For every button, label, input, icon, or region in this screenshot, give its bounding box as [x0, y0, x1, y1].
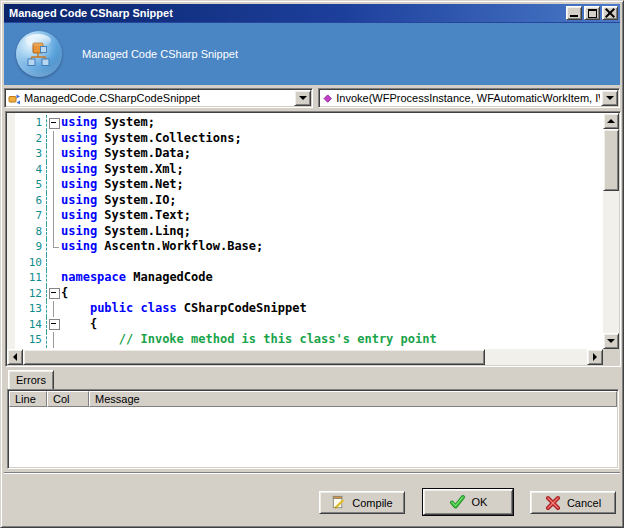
- minimize-icon: [570, 15, 578, 17]
- divider: [4, 472, 620, 474]
- code-line: 7using System.Text;: [15, 208, 603, 224]
- page-title: Managed Code CSharp Snippet: [82, 48, 238, 60]
- arrow-right-icon: [593, 353, 601, 361]
- maximize-button[interactable]: [584, 6, 600, 20]
- selection-margin: [7, 113, 15, 349]
- errors-list: Line Col Message: [7, 389, 619, 469]
- fold-margin: [47, 239, 61, 255]
- column-header-line[interactable]: Line: [9, 391, 47, 407]
- caption-buttons: [566, 6, 620, 20]
- code-lines: 1using System;2using System.Collections;…: [15, 115, 603, 348]
- window-title: Managed Code CSharp Snippet: [9, 7, 566, 19]
- tab-errors[interactable]: Errors: [8, 370, 54, 389]
- fold-margin: [47, 162, 61, 178]
- class-selector-value: ManagedCode.CSharpCodeSnippet: [24, 92, 200, 104]
- minimize-button[interactable]: [566, 6, 582, 20]
- cancel-button[interactable]: Cancel: [530, 491, 616, 514]
- arrow-left-icon: [9, 353, 17, 361]
- code-line: 1using System;: [15, 115, 603, 131]
- compile-button[interactable]: Compile: [319, 491, 405, 514]
- code-line: 12{: [15, 286, 603, 302]
- code-line: 6using System.IO;: [15, 193, 603, 209]
- code-line: 2using System.Collections;: [15, 131, 603, 147]
- scroll-down-button[interactable]: [603, 333, 619, 349]
- fold-margin: [47, 208, 61, 224]
- compile-note-icon: [331, 495, 346, 510]
- compile-button-label: Compile: [352, 497, 392, 509]
- horizontal-scrollbar[interactable]: [7, 349, 603, 365]
- red-x-icon: [545, 495, 561, 511]
- fold-collapse-icon[interactable]: [47, 115, 61, 131]
- fold-margin: [47, 255, 61, 271]
- check-icon: [449, 494, 466, 510]
- member-selector-row: ManagedCode.CSharpCodeSnippet Invoke(WFP…: [4, 88, 620, 108]
- errors-list-body: [9, 407, 617, 467]
- class-icon: [8, 92, 21, 105]
- fold-collapse-icon[interactable]: [47, 286, 61, 302]
- code-line: 11namespace ManagedCode: [15, 270, 603, 286]
- fold-margin: [47, 332, 61, 348]
- class-selector-combo[interactable]: ManagedCode.CSharpCodeSnippet: [4, 88, 313, 108]
- close-button[interactable]: [602, 6, 618, 20]
- fold-margin: [47, 131, 61, 147]
- code-line: 15 // Invoke method is this class's entr…: [15, 332, 603, 348]
- column-header-message[interactable]: Message: [89, 391, 617, 407]
- method-icon: [322, 92, 333, 105]
- code-line: 9using Ascentn.Workflow.Base;: [15, 239, 603, 255]
- code-line: 4using System.Xml;: [15, 162, 603, 178]
- code-line: 10: [15, 255, 603, 271]
- code-line: 14 {: [15, 317, 603, 333]
- class-selector-dropdown-button[interactable]: [294, 90, 311, 106]
- column-header-col[interactable]: Col: [47, 391, 89, 407]
- fold-margin: [47, 177, 61, 193]
- scroll-left-button[interactable]: [7, 349, 23, 365]
- fold-margin: [47, 193, 61, 209]
- fold-margin: [47, 146, 61, 162]
- vertical-scrollbar[interactable]: [603, 113, 619, 349]
- fold-margin: [47, 224, 61, 240]
- fold-collapse-icon[interactable]: [47, 317, 61, 333]
- code-editor[interactable]: 1using System;2using System.Collections;…: [5, 111, 621, 367]
- close-icon: [605, 8, 615, 18]
- code-line: 5using System.Net;: [15, 177, 603, 193]
- code-line: 8using System.Linq;: [15, 224, 603, 240]
- titlebar: Managed Code CSharp Snippet: [4, 4, 620, 22]
- errors-list-header: Line Col Message: [9, 391, 617, 407]
- code-line: 13 public class CSharpCodeSnippet: [15, 301, 603, 317]
- scrollbar-corner: [603, 349, 619, 365]
- method-selector-combo[interactable]: Invoke(WFProcessInstance, WFAutomaticWor…: [318, 88, 620, 108]
- vertical-scrollbar-thumb[interactable]: [603, 129, 619, 191]
- arrow-up-icon: [607, 115, 615, 123]
- method-selector-value: Invoke(WFProcessInstance, WFAutomaticWor…: [336, 92, 600, 104]
- workflow-sphere-icon: [16, 31, 62, 77]
- ok-button-label: OK: [472, 496, 488, 508]
- ok-button[interactable]: OK: [423, 489, 513, 515]
- arrow-down-icon: [607, 339, 615, 347]
- fold-margin: [47, 301, 61, 317]
- chevron-down-icon: [299, 96, 307, 104]
- scroll-right-button[interactable]: [587, 349, 603, 365]
- code-area[interactable]: 1using System;2using System.Collections;…: [7, 113, 603, 349]
- chevron-down-icon: [606, 96, 614, 104]
- dialog-window: Managed Code CSharp Snippet Managed Code…: [0, 0, 624, 528]
- code-line: 3using System.Data;: [15, 146, 603, 162]
- horizontal-scrollbar-thumb[interactable]: [23, 349, 485, 365]
- fold-margin: [47, 270, 61, 286]
- tab-errors-label: Errors: [16, 374, 46, 386]
- header-banner: Managed Code CSharp Snippet: [4, 22, 620, 85]
- method-selector-dropdown-button[interactable]: [601, 90, 618, 106]
- maximize-icon: [588, 9, 597, 18]
- cancel-button-label: Cancel: [567, 497, 601, 509]
- scroll-up-button[interactable]: [603, 113, 619, 129]
